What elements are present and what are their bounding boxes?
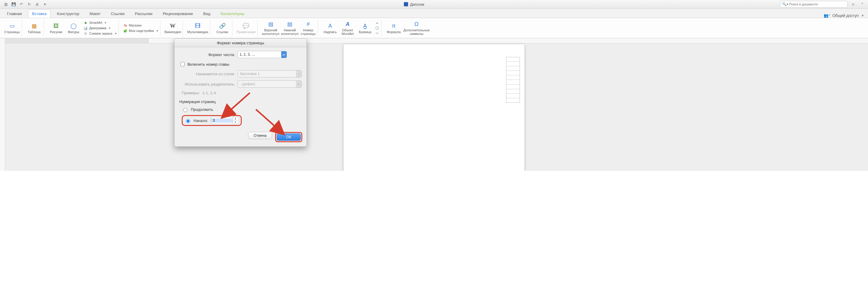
select-stepper-icon: ▴▾ <box>296 70 301 77</box>
tab-insert[interactable]: Вставка <box>28 9 50 18</box>
myaddins-button[interactable]: 🧩Мои надстройки▾ <box>123 28 158 33</box>
datetime-button[interactable]: 🕒 <box>375 26 379 30</box>
user-smiley-icon[interactable]: ☺ <box>850 1 857 7</box>
cancel-button[interactable]: Отмена <box>248 132 272 139</box>
object-icon: ▭ <box>375 30 379 35</box>
smartart-label: SmartArt <box>89 21 102 24</box>
share-button[interactable]: 👥⁺ Общий доступ ▾ <box>824 13 865 18</box>
textbox-icon: A <box>326 22 334 30</box>
window-title: Диплом <box>48 2 780 7</box>
dropcap-button[interactable]: A̲ Буквица <box>357 20 373 36</box>
redo-icon[interactable]: ↻ <box>26 1 33 7</box>
media-icon: 🎞 <box>194 22 202 30</box>
textbox-label: Надпись <box>324 30 337 34</box>
sidebar-toggle-icon[interactable]: ▥ <box>2 1 9 7</box>
comment-button[interactable]: 💬 Примечание <box>237 20 256 36</box>
link-icon: 🔗 <box>218 22 226 30</box>
page-number-format-dialog: Формат номера страницы Формат числа: 1, … <box>174 38 307 147</box>
tab-review[interactable]: Рецензирование <box>159 9 197 18</box>
continue-radio-row[interactable]: Продолжить <box>182 107 302 112</box>
media-button[interactable]: 🎞 Мультимедиа <box>187 20 208 36</box>
vertical-ruler <box>0 38 5 171</box>
picture-icon: 🖼 <box>52 22 60 30</box>
screenshot-button[interactable]: ⧉Снимок экрана▾ <box>83 31 117 36</box>
ribbon-tabs: Главная Вставка Конструктор Макет Ссылки… <box>0 9 868 18</box>
chevron-down-icon: ▾ <box>862 13 864 18</box>
wikipedia-icon: W <box>169 22 177 30</box>
symbol-icon: Ω <box>412 20 421 28</box>
search-input[interactable] <box>788 2 845 6</box>
include-chapter-label: Включить номер главы <box>187 62 229 67</box>
smartart-button[interactable]: ◆SmartArt▾ <box>83 20 117 25</box>
header-button[interactable]: ▤ Верхний колонтитул <box>262 20 279 36</box>
shapes-button[interactable]: ◯ Фигуры <box>66 20 82 36</box>
step-up-icon[interactable]: ▲ <box>233 117 238 121</box>
number-format-label: Формат числа: <box>179 53 235 57</box>
page-number-button[interactable]: # Номер страницы <box>300 20 316 36</box>
myaddins-label: Мои надстройки <box>129 29 154 33</box>
links-button[interactable]: 🔗 Ссылки <box>215 20 230 36</box>
tab-view[interactable]: Вид <box>199 9 214 18</box>
ok-highlight: ОК <box>275 132 302 142</box>
search-box[interactable]: 🔍▾ <box>780 1 847 7</box>
start-at-label: Начало: <box>193 118 208 123</box>
tab-references[interactable]: Ссылки <box>107 9 129 18</box>
start-at-radio[interactable] <box>186 119 190 123</box>
tab-layout[interactable]: Макет <box>86 9 104 18</box>
object-button[interactable]: ▭ <box>375 30 379 35</box>
shapes-icon: ◯ <box>70 22 78 30</box>
footer-button[interactable]: ▤ Нижний колонтитул <box>281 20 299 36</box>
include-chapter-input[interactable] <box>181 62 185 66</box>
equation-label: Формула <box>387 30 401 34</box>
share-icon: 👥⁺ <box>824 13 831 18</box>
screenshot-label: Снимок экрана <box>89 32 113 35</box>
comment-label: Примечание <box>237 30 256 34</box>
continue-radio[interactable] <box>183 108 187 112</box>
table-button[interactable]: ▦ Таблица <box>26 20 42 36</box>
separator-value: - (дефис) <box>240 82 255 86</box>
document-area: Формат номера страницы Формат числа: 1, … <box>0 38 868 171</box>
pages-button[interactable]: ▭ Страницы <box>4 20 20 36</box>
screenshot-icon: ⧉ <box>83 31 88 36</box>
number-format-value: 1, 2, 3, … <box>240 53 255 57</box>
save-icon[interactable]: 💾 <box>10 1 17 7</box>
pages-label: Страницы <box>4 30 20 34</box>
wikipedia-button[interactable]: W Википедия <box>164 20 181 36</box>
number-format-select[interactable]: 1, 2, 3, … ▴▾ <box>238 51 287 58</box>
include-chapter-checkbox[interactable]: Включить номер главы <box>179 61 302 67</box>
symbol-button[interactable]: Ω Дополнительные символы <box>403 20 430 36</box>
wordart-button[interactable]: A Объект WordArt <box>340 20 355 36</box>
document-title: Диплом <box>410 2 424 7</box>
examples-value: 1-1, 1-А <box>202 91 216 95</box>
tab-design[interactable]: Конструктор <box>53 9 83 18</box>
footer-label: Нижний колонтитул <box>281 29 299 35</box>
ok-button[interactable]: ОК <box>277 133 301 141</box>
comment-icon: 💬 <box>242 22 250 30</box>
pictures-button[interactable]: 🖼 Рисунки <box>48 20 64 36</box>
tab-home[interactable]: Главная <box>3 9 26 18</box>
sigline-button[interactable]: ✒ <box>375 21 379 26</box>
qat-more-icon[interactable]: ▾ <box>41 1 48 7</box>
undo-icon[interactable]: ↶ <box>18 1 25 7</box>
spinner-steppers[interactable]: ▲▼ <box>233 117 238 124</box>
equation-button[interactable]: π Формула <box>386 20 401 36</box>
print-icon[interactable]: 🖨 <box>34 1 40 7</box>
chart-button[interactable]: 📊Диаграмма▾ <box>83 26 117 30</box>
collapse-icon[interactable]: ⌃ <box>859 1 866 7</box>
store-button[interactable]: 🛍Магазин <box>123 23 158 28</box>
share-label: Общий доступ <box>832 13 859 18</box>
select-stepper-icon: ▴▾ <box>296 81 301 87</box>
page-numbering-section: Нумерация страниц <box>179 99 302 104</box>
media-label: Мультимедиа <box>187 30 208 34</box>
step-down-icon[interactable]: ▼ <box>233 121 238 124</box>
textbox-button[interactable]: A Надпись <box>322 20 338 36</box>
tab-mailings[interactable]: Рассылки <box>131 9 156 18</box>
smartart-icon: ◆ <box>83 20 88 25</box>
start-at-spinner[interactable]: ▲▼ <box>211 117 239 124</box>
document-page[interactable] <box>344 44 524 171</box>
table-icon: ▦ <box>30 22 38 30</box>
tab-header-footer[interactable]: Колонтитулы <box>217 9 248 18</box>
pictures-label: Рисунки <box>50 30 62 34</box>
start-at-input[interactable] <box>211 118 233 123</box>
dialog-title: Формат номера страницы <box>175 38 307 47</box>
